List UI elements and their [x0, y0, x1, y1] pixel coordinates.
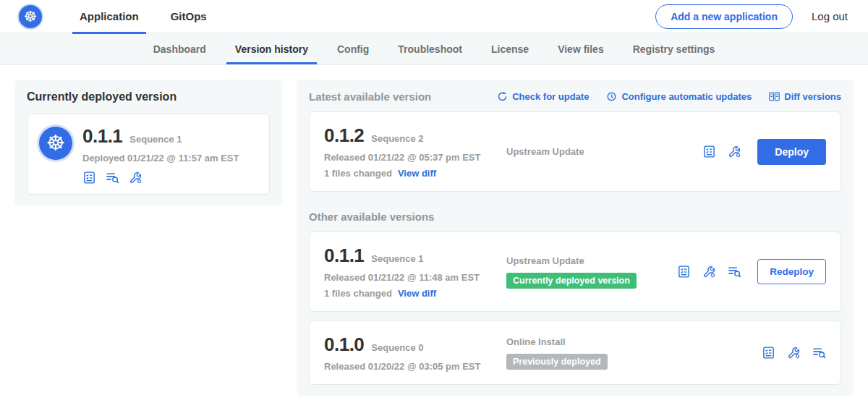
- subnav-tab-version-history[interactable]: Version history: [221, 33, 323, 64]
- helm-wheel-icon: ☸: [24, 9, 38, 24]
- configure-updates-label: Configure automatic updates: [621, 91, 752, 102]
- other-versions-heading: Other available versions: [309, 211, 841, 223]
- release-notes-icon[interactable]: [677, 265, 691, 279]
- deployed-sequence-label: Sequence 1: [129, 134, 182, 145]
- kubernetes-logo: ☸: [19, 5, 42, 28]
- view-files-icon[interactable]: [812, 346, 826, 360]
- main-content: Currently deployed version ☸ 0.1.1 Seque…: [0, 65, 868, 408]
- latest-version-header: Latest available version Check for updat…: [309, 90, 841, 103]
- view-files-icon[interactable]: [728, 265, 741, 279]
- release-notes-icon[interactable]: [82, 171, 96, 184]
- subnav-tab-license[interactable]: License: [477, 33, 543, 64]
- logout-link[interactable]: Log out: [812, 10, 848, 22]
- version-number: 0.1.1: [324, 245, 364, 267]
- deployed-actions: [82, 171, 239, 184]
- schedule-clock-icon: [606, 91, 617, 102]
- subnav-tab-dashboard[interactable]: Dashboard: [139, 33, 221, 64]
- latest-version-info: 0.1.2 Sequence 2 Released 01/21/22 @ 05:…: [324, 124, 506, 179]
- version-card-0-1-0: 0.1.0 Sequence 0 Released 01/20/22 @ 03:…: [309, 320, 841, 385]
- source-column: Online Install Previously deployed: [506, 336, 608, 370]
- sequence-label: Sequence 1: [371, 253, 423, 264]
- subnav-tab-config[interactable]: Config: [323, 33, 383, 64]
- deployed-version-number: 0.1.1: [82, 125, 122, 148]
- version-info: 0.1.1 Sequence 1 Released 01/21/22 @ 11:…: [324, 245, 506, 299]
- add-application-button[interactable]: Add a new application: [655, 4, 793, 29]
- check-for-update-label: Check for update: [512, 91, 589, 102]
- latest-version-heading: Latest available version: [309, 90, 431, 103]
- version-actions: [762, 346, 826, 360]
- latest-files-changed: 1 files changed: [324, 168, 392, 179]
- topbar-right: Add a new application Log out: [655, 4, 848, 29]
- diff-icon: [769, 91, 780, 102]
- released-timestamp: Released 01/21/22 @ 11:48 am EST: [324, 272, 506, 283]
- deployed-panel-title: Currently deployed version: [27, 90, 270, 103]
- version-number: 0.1.0: [324, 333, 364, 356]
- currently-deployed-badge: Currently deployed version: [506, 273, 637, 289]
- previously-deployed-badge: Previously deployed: [506, 354, 608, 370]
- latest-version-number: 0.1.2: [324, 124, 364, 147]
- currently-deployed-panel: Currently deployed version ☸ 0.1.1 Seque…: [14, 80, 282, 205]
- latest-source-label: Upstream Update: [506, 146, 584, 157]
- sequence-label: Sequence 0: [371, 342, 423, 353]
- redeploy-button[interactable]: Redeploy: [757, 259, 826, 284]
- release-notes-icon[interactable]: [762, 346, 775, 360]
- source-label: Upstream Update: [506, 255, 584, 266]
- latest-released-timestamp: Released 01/21/22 @ 05:37 pm EST: [324, 152, 506, 163]
- version-info: 0.1.0 Sequence 0 Released 01/20/22 @ 03:…: [324, 333, 506, 372]
- view-files-icon[interactable]: [106, 171, 119, 184]
- check-for-update-link[interactable]: Check for update: [497, 91, 589, 102]
- latest-actions: Deploy: [702, 139, 826, 165]
- subnav-tab-registry-settings[interactable]: Registry settings: [618, 33, 730, 64]
- version-card-latest: 0.1.2 Sequence 2 Released 01/21/22 @ 05:…: [309, 111, 841, 192]
- edit-config-icon[interactable]: [728, 145, 741, 158]
- view-diff-link[interactable]: View diff: [398, 288, 436, 299]
- version-header-actions: Check for update Configure automatic upd…: [497, 91, 841, 102]
- released-timestamp: Released 01/20/22 @ 03:05 pm EST: [324, 361, 506, 372]
- top-navbar: ☸ Application GitOps Add a new applicati…: [0, 0, 868, 33]
- release-notes-icon[interactable]: [702, 145, 716, 158]
- source-column: Upstream Update Currently deployed versi…: [506, 255, 637, 289]
- helm-wheel-icon: ☸: [46, 132, 66, 154]
- diff-versions-link[interactable]: Diff versions: [769, 91, 841, 102]
- deployed-timestamp: Deployed 01/21/22 @ 11:57 am EST: [82, 153, 239, 163]
- deployed-version-info: 0.1.1 Sequence 1 Deployed 01/21/22 @ 11:…: [82, 125, 239, 184]
- version-actions: Redeploy: [677, 259, 826, 284]
- source-label: Online Install: [506, 336, 566, 347]
- latest-source-column: Upstream Update: [506, 146, 584, 157]
- top-tabs: Application GitOps: [64, 0, 223, 33]
- version-history-panel: Latest available version Check for updat…: [297, 80, 854, 396]
- refresh-icon: [497, 91, 508, 102]
- configure-updates-link[interactable]: Configure automatic updates: [606, 91, 752, 102]
- version-card-0-1-1: 0.1.1 Sequence 1 Released 01/21/22 @ 11:…: [309, 231, 841, 312]
- files-changed: 1 files changed: [324, 288, 392, 299]
- latest-sequence-label: Sequence 2: [371, 133, 423, 144]
- edit-config-icon[interactable]: [787, 346, 801, 360]
- subnav-tab-troubleshoot[interactable]: Troubleshoot: [383, 33, 477, 64]
- diff-versions-label: Diff versions: [784, 91, 841, 102]
- app-subnav: Dashboard Version history Config Trouble…: [0, 33, 868, 65]
- deployed-version-card: ☸ 0.1.1 Sequence 1 Deployed 01/21/22 @ 1…: [27, 114, 270, 195]
- app-logo: ☸: [39, 127, 72, 160]
- deploy-button[interactable]: Deploy: [757, 139, 826, 165]
- tab-application[interactable]: Application: [64, 0, 155, 33]
- tab-gitops[interactable]: GitOps: [155, 0, 223, 33]
- latest-view-diff-link[interactable]: View diff: [398, 168, 436, 179]
- subnav-tab-view-files[interactable]: View files: [543, 33, 618, 64]
- edit-config-icon[interactable]: [702, 265, 716, 279]
- edit-config-icon[interactable]: [129, 171, 142, 184]
